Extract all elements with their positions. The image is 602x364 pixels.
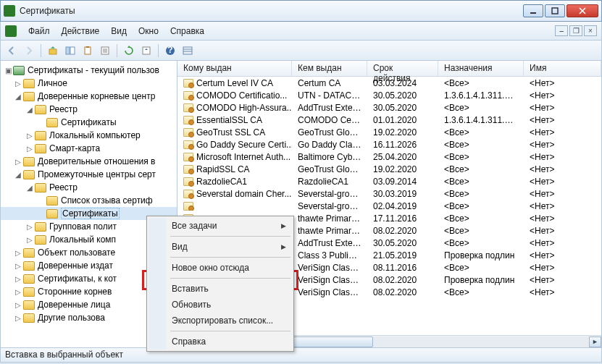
list-row[interactable]: EssentialSSL CACOMODO Certi...01.01.2020… [177, 114, 601, 126]
cell-expires: 08.02.2020 [367, 287, 438, 297]
list-row[interactable]: RazdolieCA1RazdolieCA103.09.2014<Все><Не… [177, 175, 601, 187]
folder-icon [23, 300, 35, 310]
cell-purpose: <Все> [438, 226, 524, 236]
cell-issued-to: RapidSSL CA [196, 164, 250, 174]
folder-icon [23, 248, 35, 258]
cell-purpose: <Все> [438, 213, 524, 224]
app-icon [4, 5, 15, 17]
close-button[interactable] [567, 4, 598, 17]
ctx-paste[interactable]: Вставить [149, 281, 292, 297]
menu-bar: Файл Действие Вид Окно Справка ‒ ❐ × [0, 22, 602, 41]
cell-issued-by: thawte Primary... [292, 226, 367, 236]
cell-purpose: <Все> [438, 263, 524, 273]
back-button[interactable] [4, 43, 20, 59]
folder-icon [35, 222, 46, 232]
ctx-refresh[interactable]: Обновить [149, 297, 292, 313]
certificate-icon [183, 128, 193, 137]
cell-name: <Нет> [524, 189, 601, 199]
tree-registry-1[interactable]: ◢Реестр [1, 103, 177, 116]
col-issued-by[interactable]: Кем выдан [292, 61, 367, 76]
cell-issued-to: GeoTrust SSL CA [196, 127, 265, 137]
cell-issued-by: Severstal-grou... [292, 189, 367, 199]
scroll-right-button[interactable]: ► [589, 337, 601, 347]
menu-help[interactable]: Справка [164, 24, 210, 38]
show-hide-tree-button[interactable] [62, 43, 78, 59]
cell-name: <Нет> [524, 177, 601, 187]
cell-purpose: <Все> [438, 201, 524, 211]
certificate-icon [183, 91, 193, 100]
cell-expires: 01.01.2020 [367, 115, 438, 125]
svg-rect-5 [66, 47, 70, 54]
list-row[interactable]: Certum Level IV CACertum CA03.03.2024<Вс… [177, 77, 601, 89]
list-row[interactable]: GeoTrust SSL CAGeoTrust Globa...19.02.20… [177, 126, 601, 138]
up-button[interactable] [45, 43, 61, 59]
ctx-view[interactable]: Вид▶ [149, 239, 292, 255]
mdi-restore-button[interactable]: ❐ [569, 25, 582, 36]
tree-crl[interactable]: Список отзыва сертиф [1, 194, 177, 207]
folder-icon [23, 157, 35, 166]
cell-issued-by: AddTrust Exter... [292, 238, 367, 248]
list-row[interactable]: Severstal-grou...02.04.2019<Все><Нет> [177, 200, 601, 212]
cell-expires: 03.03.2024 [367, 78, 438, 88]
col-issued-to[interactable]: Кому выдан [177, 61, 292, 76]
list-row[interactable]: COMODO High-Assura...AddTrust Exter...30… [177, 101, 601, 114]
mdi-close-button[interactable]: × [584, 25, 597, 36]
col-expires[interactable]: Срок действия [367, 61, 438, 76]
menu-file[interactable]: Файл [22, 24, 56, 38]
export-button[interactable] [138, 43, 154, 59]
cell-expires: 08.02.2020 [367, 226, 438, 236]
refresh-button[interactable] [121, 43, 137, 59]
list-row[interactable]: RapidSSL CAGeoTrust Globa...19.02.2020<В… [177, 163, 601, 175]
context-menu: Все задачи▶ Вид▶ Новое окно отсюда Встав… [146, 216, 294, 352]
cell-issued-to: EssentialSSL CA [196, 115, 262, 125]
tree-smartcard[interactable]: ▷Смарт-карта [1, 142, 177, 155]
minimize-button[interactable] [523, 4, 543, 17]
cell-issued-by: UTN - DATACo... [292, 90, 367, 101]
col-name[interactable]: Имя [524, 61, 601, 76]
tree-trusted-root[interactable]: ◢Доверенные корневые центр [1, 90, 177, 103]
tree-personal[interactable]: ▷Личное [1, 77, 177, 90]
cut-button[interactable] [80, 43, 96, 59]
cell-issued-by: Severstal-grou... [292, 201, 367, 211]
maximize-button[interactable] [545, 4, 565, 17]
cell-issued-to: Microsoft Internet Auth... [196, 152, 290, 162]
cell-issued-by: Go Daddy Class... [292, 140, 367, 150]
main-area: ▣Сертификаты - текущий пользов ▷Личное ◢… [0, 61, 602, 348]
list-row[interactable]: COMODO Certificatio...UTN - DATACo...30.… [177, 89, 601, 101]
ctx-new-window[interactable]: Новое окно отсюда [149, 260, 292, 276]
folder-icon [46, 196, 58, 206]
help-button[interactable]: ? [162, 43, 178, 59]
cell-issued-to: RazdolieCA1 [196, 177, 247, 187]
cell-issued-by: VeriSign Class 3... [292, 287, 367, 297]
ctx-help[interactable]: Справка [149, 334, 292, 350]
tree-trust-relations[interactable]: ▷Доверительные отношения в [1, 155, 177, 168]
menu-window[interactable]: Окно [133, 24, 164, 38]
list-row[interactable]: Severstal domain Cher...Severstal-grou..… [177, 187, 601, 200]
folder-icon [35, 131, 46, 140]
menu-action[interactable]: Действие [56, 24, 106, 38]
svg-rect-8 [86, 46, 89, 48]
tree-intermediate[interactable]: ◢Промежуточные центры серт [1, 168, 177, 181]
forward-button[interactable] [21, 43, 37, 59]
tree-registry-2[interactable]: ◢Реестр [1, 181, 177, 194]
cell-purpose: <Все> [438, 103, 524, 113]
list-row[interactable]: Go Daddy Secure Certi...Go Daddy Class..… [177, 138, 601, 151]
tree-local-computer-1[interactable]: ▷Локальный компьютер [1, 129, 177, 142]
col-purpose[interactable]: Назначения [438, 61, 524, 76]
details-view-button[interactable] [180, 43, 196, 59]
mdi-minimize-button[interactable]: ‒ [555, 25, 568, 36]
properties-button[interactable] [97, 43, 113, 59]
list-row[interactable]: Microsoft Internet Auth...Baltimore Cybe… [177, 151, 601, 163]
cell-expires: 08.11.2016 [367, 263, 438, 273]
tree-root[interactable]: ▣Сертификаты - текущий пользов [1, 64, 177, 77]
tree-certs-1[interactable]: Сертификаты [1, 116, 177, 129]
svg-rect-6 [70, 47, 75, 54]
ctx-export-list[interactable]: Экспортировать список... [149, 313, 292, 329]
cell-name: <Нет> [524, 152, 601, 162]
folder-icon [23, 313, 35, 323]
ctx-all-tasks[interactable]: Все задачи▶ [149, 218, 292, 234]
certificate-icon [183, 165, 193, 174]
certificate-icon [183, 79, 193, 88]
cell-issued-by: Class 3 Public P... [292, 250, 367, 261]
menu-view[interactable]: Вид [105, 24, 133, 38]
